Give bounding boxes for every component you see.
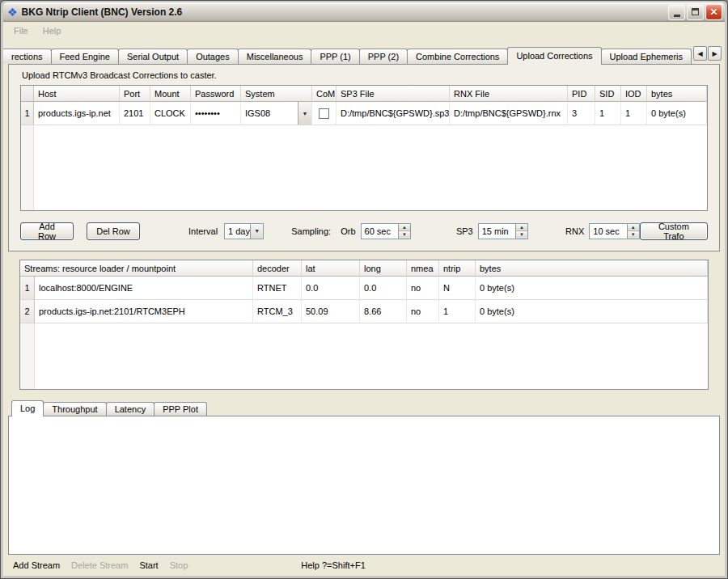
close-button[interactable]: ✕ [705,4,722,20]
row-number: 1 [20,277,35,300]
tab-upload-corrections[interactable]: Upload Corrections [507,47,601,65]
tab-scroll-left-button[interactable]: ◀ [693,46,707,61]
header-ntrip: ntrip [439,260,476,277]
maximize-button[interactable] [687,4,704,20]
chevron-down-icon[interactable]: ▼ [250,224,263,239]
tab-throughput[interactable]: Throughput [43,402,106,416]
header-lat: lat [302,260,360,277]
app-icon: ❖ [7,6,18,18]
bytes-cell: 0 byte(s) [476,300,708,323]
system-select[interactable]: IGS08 ▼ [241,102,311,125]
header-iod: IOD [621,86,647,102]
custom-trafo-button[interactable]: Custom Trafo [640,222,708,240]
tab-ppp-plot[interactable]: PPP Plot [154,402,207,416]
add-row-button[interactable]: Add Row [20,222,74,240]
orb-sampling-spinner[interactable]: 60 sec ▲▼ [361,223,411,239]
header-long: long [360,260,407,277]
rnx-file-cell[interactable]: D:/tmp/BNC${GPSWD}.rnx [450,102,568,125]
header-com: CoM [312,86,336,102]
sp3-sampling-spinner[interactable]: 15 min ▲▼ [478,223,528,239]
client-area: File Help rections Feed Engine Serial Ou… [3,22,725,576]
port-cell[interactable]: 2101 [120,102,150,125]
password-cell[interactable]: •••••••• [191,102,241,125]
menu-help[interactable]: Help [36,22,69,40]
start-action[interactable]: Start [139,560,158,570]
upload-controls: Add Row Del Row Interval 1 day ▼ Samplin… [9,211,719,251]
header-rnx-file: RNX File [450,86,568,102]
tab-scroll-right-button[interactable]: ▶ [708,46,722,61]
delete-stream-action[interactable]: Delete Stream [71,560,128,570]
tab-ppp-2[interactable]: PPP (2) [359,49,408,64]
spin-up-icon[interactable]: ▲ [628,224,639,232]
spin-down-icon[interactable]: ▼ [628,231,639,239]
minimize-button[interactable] [668,4,685,20]
mountpoint-cell: localhost:8000/ENGINE [35,277,253,300]
del-row-button[interactable]: Del Row [87,222,140,240]
add-stream-action[interactable]: Add Stream [13,560,60,570]
tab-serial-output[interactable]: Serial Output [118,49,188,64]
window-title: BKG Ntrip Client (BNC) Version 2.6 [22,6,668,18]
sp3-file-cell[interactable]: D:/tmp/BNC${GPSWD}.sp3 [336,102,450,125]
lat-cell: 50.09 [302,300,360,323]
sid-cell[interactable]: 1 [595,102,621,125]
stop-action[interactable]: Stop [170,560,188,570]
mount-cell[interactable]: CLOCK [150,102,191,125]
header-decoder: decoder [253,260,302,277]
long-cell: 0.0 [360,277,407,300]
mountpoint-cell: products.igs-ip.net:2101/RTCM3EPH [35,300,253,323]
spin-up-icon[interactable]: ▲ [399,224,410,232]
tab-combine-corrections[interactable]: Combine Corrections [407,49,508,64]
header-pid: PID [568,86,595,102]
rnx-sampling-value: 10 sec [590,224,626,239]
iod-cell[interactable]: 1 [621,102,647,125]
header-mount: Mount [150,86,191,102]
spin-down-icon[interactable]: ▼ [516,231,527,239]
spin-down-icon[interactable]: ▼ [399,231,410,239]
interval-label: Interval [188,226,218,236]
sp3-sampling-value: 15 min [479,224,515,239]
tab-log[interactable]: Log [11,400,44,416]
long-cell: 8.66 [360,300,407,323]
minimize-icon [674,15,680,17]
rnx-sampling-spinner[interactable]: 10 sec ▲▼ [589,223,639,239]
menu-bar: File Help [6,22,722,40]
chevron-down-icon[interactable]: ▼ [298,102,311,125]
header-streams-mountpoint: Streams: resource loader / mountpoint [20,260,253,277]
lat-cell: 0.0 [302,277,360,300]
bytes-cell: 0 byte(s) [647,102,707,125]
tab-feed-engine[interactable]: Feed Engine [51,49,119,64]
row-number: 1 [21,102,34,125]
tab-broadcast-corrections[interactable]: rections [3,49,52,64]
interval-value: 1 day [225,224,250,239]
stream-row[interactable]: 2 products.igs-ip.net:2101/RTCM3EPH RTCM… [20,300,708,323]
log-output-area[interactable] [8,416,720,555]
tab-outages[interactable]: Outages [187,49,239,64]
orb-label: Orb [341,226,355,236]
sampling-label: Sampling: [291,226,331,236]
tab-upload-ephemeris[interactable]: Upload Ephemeris [601,49,692,64]
tab-latency[interactable]: Latency [106,402,155,416]
menu-file[interactable]: File [6,22,36,40]
sp3-label: SP3 [456,226,473,236]
help-hint: Help ?=Shift+F1 [301,560,366,570]
rnx-label: RNX [565,226,584,236]
stream-row[interactable]: 1 localhost:8000/ENGINE RTNET 0.0 0.0 no… [20,277,708,300]
spin-up-icon[interactable]: ▲ [516,224,527,232]
title-bar[interactable]: ❖ BKG Ntrip Client (BNC) Version 2.6 ✕ [3,2,725,22]
com-cell [312,102,336,125]
arrow-right-icon: ▶ [712,50,717,57]
upload-table-row: 1 products.igs-ip.net 2101 CLOCK •••••••… [21,102,707,125]
maximize-icon [692,8,699,15]
tab-ppp-1[interactable]: PPP (1) [311,49,359,64]
row-number: 2 [20,300,35,323]
arrow-left-icon: ◀ [697,50,702,57]
streams-table-header: Streams: resource loader / mountpoint de… [20,260,708,277]
pid-cell[interactable]: 3 [568,102,595,125]
com-checkbox[interactable] [319,108,329,119]
tab-miscellaneous[interactable]: Miscellaneous [238,49,312,64]
nmea-cell: no [407,300,439,323]
bytes-cell: 0 byte(s) [476,277,708,300]
header-system: System [241,86,312,102]
host-cell[interactable]: products.igs-ip.net [34,102,120,125]
interval-select[interactable]: 1 day ▼ [224,223,264,239]
